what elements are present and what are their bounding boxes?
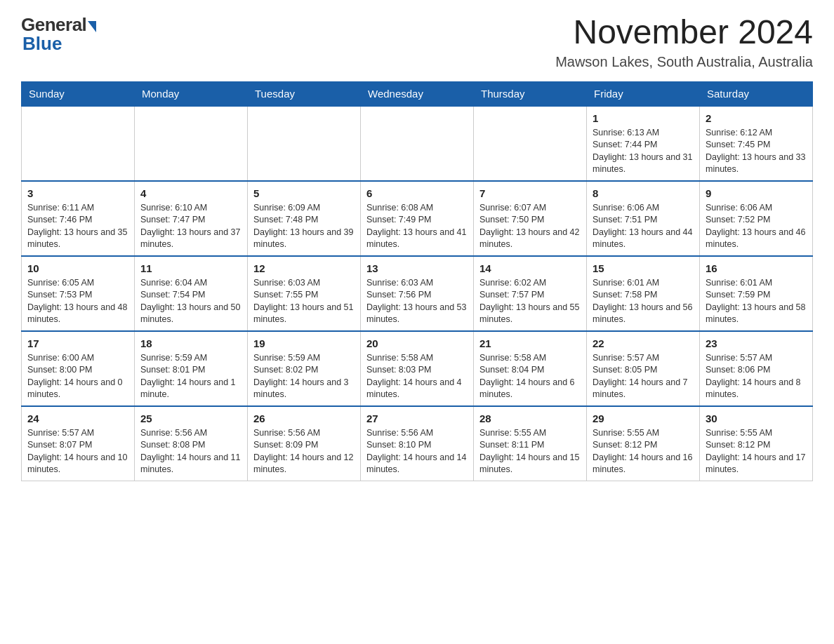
calendar-header-cell: Wednesday: [361, 81, 474, 106]
calendar-week-row: 1Sunrise: 6:13 AMSunset: 7:44 PMDaylight…: [22, 106, 813, 181]
day-number: 16: [706, 261, 807, 276]
day-number: 8: [593, 186, 694, 201]
day-number: 6: [366, 186, 468, 201]
day-info-line: Daylight: 14 hours and 4 minutes.: [366, 377, 468, 401]
calendar-day-cell: 12Sunrise: 6:03 AMSunset: 7:55 PMDayligh…: [248, 256, 361, 331]
day-info-line: Daylight: 14 hours and 0 minutes.: [27, 377, 128, 401]
calendar-header-cell: Friday: [587, 81, 700, 106]
day-number: 12: [253, 261, 355, 276]
day-number: 19: [253, 336, 355, 351]
calendar-day-cell: 3Sunrise: 6:11 AMSunset: 7:46 PMDaylight…: [22, 181, 135, 256]
day-info-line: Daylight: 14 hours and 15 minutes.: [479, 452, 581, 476]
location-title: Mawson Lakes, South Australia, Australia: [555, 54, 813, 70]
day-info-line: Sunset: 8:12 PM: [593, 439, 694, 452]
calendar-day-cell: 4Sunrise: 6:10 AMSunset: 7:47 PMDaylight…: [135, 181, 248, 256]
day-info-line: Sunrise: 6:13 AM: [593, 127, 694, 140]
day-number: 17: [27, 336, 128, 351]
calendar-day-cell: 24Sunrise: 5:57 AMSunset: 8:07 PMDayligh…: [22, 406, 135, 481]
day-info-line: Sunrise: 6:12 AM: [706, 127, 807, 140]
calendar-day-cell: 23Sunrise: 5:57 AMSunset: 8:06 PMDayligh…: [700, 331, 813, 406]
calendar-body: 1Sunrise: 6:13 AMSunset: 7:44 PMDaylight…: [22, 106, 813, 481]
calendar-day-cell: 27Sunrise: 5:56 AMSunset: 8:10 PMDayligh…: [361, 406, 474, 481]
day-number: 2: [706, 111, 807, 126]
day-number: 4: [140, 186, 241, 201]
day-info-line: Daylight: 13 hours and 53 minutes.: [366, 302, 468, 326]
day-number: 1: [593, 111, 694, 126]
calendar-header-cell: Monday: [135, 81, 248, 106]
day-info-line: Sunset: 7:48 PM: [253, 214, 355, 227]
day-info-line: Sunrise: 5:58 AM: [366, 352, 468, 365]
day-info-line: Sunrise: 5:57 AM: [593, 352, 694, 365]
day-info-line: Sunrise: 5:55 AM: [706, 427, 807, 440]
day-info-line: Daylight: 14 hours and 10 minutes.: [27, 452, 128, 476]
day-info-line: Daylight: 13 hours and 44 minutes.: [593, 227, 694, 251]
day-number: 27: [366, 411, 468, 426]
day-info-line: Sunrise: 5:56 AM: [253, 427, 355, 440]
day-number: 30: [706, 411, 807, 426]
day-number: 24: [27, 411, 128, 426]
day-info-line: Sunset: 8:07 PM: [27, 439, 128, 452]
calendar-day-cell: 8Sunrise: 6:06 AMSunset: 7:51 PMDaylight…: [587, 181, 700, 256]
month-title: November 2024: [555, 14, 813, 51]
day-info-line: Sunrise: 5:57 AM: [706, 352, 807, 365]
day-info-line: Sunrise: 6:03 AM: [253, 277, 355, 290]
day-info-line: Sunset: 7:52 PM: [706, 214, 807, 227]
day-info-line: Sunset: 7:59 PM: [706, 289, 807, 302]
day-info-line: Sunset: 7:50 PM: [479, 214, 581, 227]
calendar-day-cell: [248, 106, 361, 181]
calendar-header-cell: Thursday: [474, 81, 587, 106]
calendar-day-cell: 16Sunrise: 6:01 AMSunset: 7:59 PMDayligh…: [700, 256, 813, 331]
day-info-line: Sunset: 7:46 PM: [27, 214, 128, 227]
day-number: 15: [593, 261, 694, 276]
day-info-line: Sunset: 7:55 PM: [253, 289, 355, 302]
day-number: 21: [479, 336, 581, 351]
day-info-line: Daylight: 13 hours and 56 minutes.: [593, 302, 694, 326]
day-info-line: Sunset: 8:02 PM: [253, 364, 355, 377]
day-info-line: Sunrise: 5:59 AM: [140, 352, 241, 365]
day-info-line: Daylight: 13 hours and 48 minutes.: [27, 302, 128, 326]
logo-arrow-icon: [88, 21, 96, 32]
day-info-line: Daylight: 14 hours and 17 minutes.: [706, 452, 807, 476]
day-info-line: Sunrise: 5:55 AM: [593, 427, 694, 440]
calendar-day-cell: 20Sunrise: 5:58 AMSunset: 8:03 PMDayligh…: [361, 331, 474, 406]
day-info-line: Sunrise: 6:11 AM: [27, 202, 128, 215]
title-block: November 2024 Mawson Lakes, South Austra…: [555, 14, 813, 70]
day-number: 23: [706, 336, 807, 351]
day-info-line: Sunrise: 6:07 AM: [479, 202, 581, 215]
day-info-line: Sunset: 8:11 PM: [479, 439, 581, 452]
day-info-line: Sunrise: 6:01 AM: [706, 277, 807, 290]
calendar-day-cell: 28Sunrise: 5:55 AMSunset: 8:11 PMDayligh…: [474, 406, 587, 481]
day-number: 9: [706, 186, 807, 201]
day-info-line: Daylight: 13 hours and 33 minutes.: [706, 152, 807, 176]
calendar-day-cell: 1Sunrise: 6:13 AMSunset: 7:44 PMDaylight…: [587, 106, 700, 181]
calendar-day-cell: 10Sunrise: 6:05 AMSunset: 7:53 PMDayligh…: [22, 256, 135, 331]
day-info-line: Sunset: 7:44 PM: [593, 139, 694, 152]
day-info-line: Sunset: 8:00 PM: [27, 364, 128, 377]
day-info-line: Sunset: 8:10 PM: [366, 439, 468, 452]
day-info-line: Sunrise: 6:08 AM: [366, 202, 468, 215]
day-number: 5: [253, 186, 355, 201]
calendar-day-cell: 30Sunrise: 5:55 AMSunset: 8:12 PMDayligh…: [700, 406, 813, 481]
calendar-day-cell: 7Sunrise: 6:07 AMSunset: 7:50 PMDaylight…: [474, 181, 587, 256]
day-info-line: Sunrise: 6:06 AM: [593, 202, 694, 215]
day-info-line: Sunrise: 6:10 AM: [140, 202, 241, 215]
day-info-line: Daylight: 14 hours and 11 minutes.: [140, 452, 241, 476]
day-info-line: Sunrise: 6:06 AM: [706, 202, 807, 215]
day-info-line: Daylight: 13 hours and 46 minutes.: [706, 227, 807, 251]
day-info-line: Sunset: 8:08 PM: [140, 439, 241, 452]
day-info-line: Daylight: 14 hours and 8 minutes.: [706, 377, 807, 401]
day-info-line: Sunset: 7:53 PM: [27, 289, 128, 302]
day-info-line: Sunrise: 5:58 AM: [479, 352, 581, 365]
day-number: 26: [253, 411, 355, 426]
calendar-day-cell: 11Sunrise: 6:04 AMSunset: 7:54 PMDayligh…: [135, 256, 248, 331]
calendar-day-cell: 29Sunrise: 5:55 AMSunset: 8:12 PMDayligh…: [587, 406, 700, 481]
day-info-line: Daylight: 14 hours and 1 minute.: [140, 377, 241, 401]
day-info-line: Daylight: 13 hours and 58 minutes.: [706, 302, 807, 326]
day-info-line: Sunrise: 6:04 AM: [140, 277, 241, 290]
day-info-line: Daylight: 14 hours and 7 minutes.: [593, 377, 694, 401]
calendar-day-cell: [135, 106, 248, 181]
day-info-line: Sunset: 7:45 PM: [706, 139, 807, 152]
day-info-line: Sunrise: 5:56 AM: [366, 427, 468, 440]
calendar-week-row: 17Sunrise: 6:00 AMSunset: 8:00 PMDayligh…: [22, 331, 813, 406]
calendar-day-cell: 9Sunrise: 6:06 AMSunset: 7:52 PMDaylight…: [700, 181, 813, 256]
